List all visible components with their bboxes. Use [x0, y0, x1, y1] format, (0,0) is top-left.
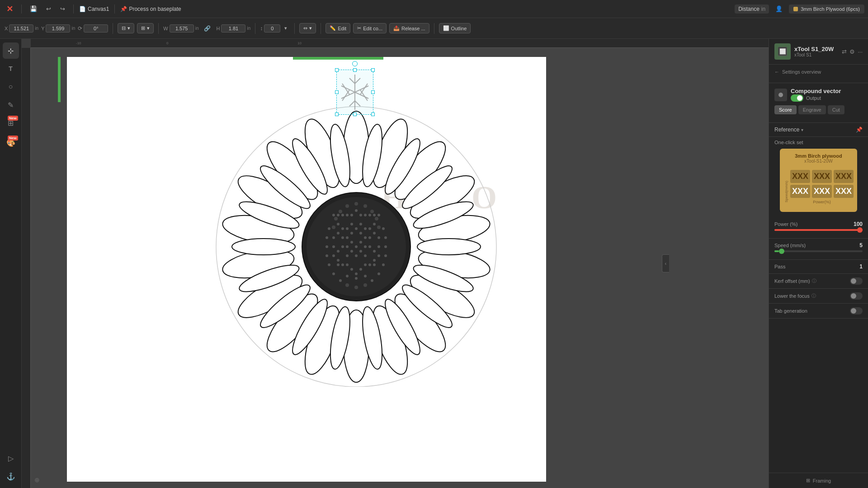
- svg-point-55: [346, 236, 349, 239]
- y-input[interactable]: [46, 24, 70, 33]
- text-tool[interactable]: T: [3, 61, 19, 77]
- framing-icon: ⊞: [806, 478, 810, 483]
- distribute-icon: ⊞: [141, 25, 145, 31]
- refresh-icon[interactable]: ⇄: [842, 48, 847, 55]
- svg-point-107: [368, 214, 371, 216]
- svg-point-66: [364, 254, 367, 257]
- svg-point-115: [384, 236, 387, 239]
- svg-point-90: [337, 223, 340, 225]
- back-button[interactable]: ← Settings overview: [774, 69, 863, 75]
- navigate-tool[interactable]: ▷: [3, 450, 19, 466]
- pen-tool[interactable]: ✎: [3, 97, 19, 113]
- power-slider-track[interactable]: [774, 229, 863, 231]
- corner-btn[interactable]: ▾: [282, 24, 290, 32]
- y-field: Y in: [41, 24, 75, 33]
- canvas-area[interactable]: -10 0 10 HELLO: [22, 39, 769, 488]
- svg-point-46: [377, 225, 381, 229]
- svg-point-48: [354, 286, 358, 289]
- svg-point-98: [337, 263, 340, 266]
- pin-icon[interactable]: 📌: [856, 127, 863, 133]
- lower-focus-label: Lower the focus ⓘ: [774, 293, 816, 299]
- edit-co-button[interactable]: ✂ Edit co...: [353, 23, 387, 33]
- framing-button[interactable]: ⊞ Framing: [769, 473, 868, 488]
- svg-point-87: [368, 227, 371, 230]
- tab-gen-toggle[interactable]: [850, 307, 863, 314]
- material-button[interactable]: 3mm Birch Plywood (6pcs): [789, 5, 864, 14]
- lock-proportions-button[interactable]: 🔗: [201, 24, 213, 33]
- angle-field: ⟳: [78, 24, 108, 33]
- redo-button[interactable]: ↪: [57, 5, 68, 13]
- panel-collapse-button[interactable]: ‹: [662, 254, 669, 272]
- angle-input[interactable]: [84, 24, 108, 33]
- svg-point-84: [350, 223, 353, 225]
- process-label: 📌 Process on baseplate: [120, 6, 181, 12]
- canvas-content[interactable]: HELLO: [31, 48, 769, 488]
- svg-point-73: [337, 232, 340, 235]
- svg-point-69: [337, 250, 340, 253]
- toolbar-sep-3: [255, 23, 255, 34]
- distance-field[interactable]: Distance in: [735, 5, 769, 14]
- select-tool[interactable]: ⊹: [3, 42, 19, 59]
- ruler-horizontal: -10 0 10: [31, 39, 769, 48]
- edit-label: Edit: [338, 26, 346, 31]
- rotate-handle[interactable]: [352, 61, 358, 66]
- ruler-tick-0: 0: [166, 41, 168, 45]
- align-icon: ⊟: [122, 25, 126, 31]
- tab-score[interactable]: Score: [774, 105, 797, 114]
- close-button[interactable]: ✕: [4, 3, 16, 15]
- power-slider-thumb[interactable]: [857, 227, 863, 233]
- save-button[interactable]: 💾: [27, 5, 40, 13]
- kerf-toggle[interactable]: [850, 277, 863, 285]
- settings-icon[interactable]: ⚙: [849, 48, 855, 55]
- output-row: Output: [791, 94, 841, 102]
- w-input[interactable]: [170, 24, 194, 33]
- release-label: Release ...: [401, 26, 425, 31]
- material-card[interactable]: 3mm Birch plywood xTool-S1-20W Speed(mm/…: [780, 149, 857, 212]
- flip-horizontal-button[interactable]: ⇔ ▾: [299, 23, 316, 33]
- device-icon: 🔲: [778, 47, 788, 56]
- svg-point-105: [364, 214, 367, 216]
- align-button[interactable]: ⊟ ▾: [118, 23, 134, 33]
- svg-point-85: [364, 227, 367, 230]
- w-field: W in: [163, 24, 198, 33]
- main-layout: ⊹ T ○ ✎ ⊞ New 🎨 New ▷ ⚓ -10 0: [0, 39, 868, 488]
- release-button[interactable]: 📤 Release ...: [389, 23, 429, 33]
- distribute-button[interactable]: ⊞ ▾: [137, 23, 154, 33]
- h2-input[interactable]: [264, 24, 280, 33]
- svg-point-97: [373, 263, 376, 266]
- h-label: H: [216, 26, 220, 31]
- lower-focus-info-icon[interactable]: ⓘ: [811, 293, 816, 299]
- one-click-label: One-click set: [774, 140, 803, 145]
- layers-tool[interactable]: 🎨 New: [3, 135, 19, 151]
- profile-button[interactable]: 👤: [773, 5, 785, 13]
- outline-button[interactable]: ⬜ Outline: [439, 23, 471, 33]
- compound-vector-section: Compound vector Output Score Engrave Cut: [769, 83, 868, 123]
- reference-caret-icon[interactable]: ▾: [801, 127, 803, 132]
- dots-icon[interactable]: ···: [858, 48, 863, 55]
- speed-slider-thumb[interactable]: [779, 249, 784, 254]
- topbar-separator-2: [73, 5, 74, 14]
- outline-label: Outline: [451, 26, 467, 31]
- material-name: 3mm Birch Plywood (6pcs): [801, 6, 860, 12]
- output-toggle[interactable]: [791, 94, 803, 102]
- tab-cut[interactable]: Cut: [828, 105, 844, 114]
- svg-point-112: [332, 214, 335, 216]
- material-card-subtitle: xTool-S1-20W: [784, 159, 853, 164]
- grid-tool[interactable]: ⊞ New: [3, 115, 19, 131]
- undo-button[interactable]: ↩: [43, 5, 54, 13]
- h-input[interactable]: [221, 24, 245, 33]
- shape-tool[interactable]: ○: [3, 79, 19, 95]
- toolbar-sep-5: [321, 23, 321, 34]
- lower-focus-row: Lower the focus ⓘ: [769, 289, 868, 304]
- tab-engrave[interactable]: Engrave: [798, 105, 826, 114]
- lower-focus-toggle[interactable]: [850, 292, 863, 300]
- anchor-tool[interactable]: ⚓: [3, 468, 19, 484]
- speed-slider-track[interactable]: [774, 250, 863, 252]
- toolbar: X in Y in ⟳ ⊟ ▾ ⊞ ▾ W in 🔗 H in ↕ ▾ ⇔ ▾: [0, 18, 868, 39]
- h-unit: in: [247, 26, 250, 31]
- material-grid: XXX XXX XXX XXX XXX XXX: [790, 170, 854, 198]
- x-input[interactable]: [9, 24, 33, 33]
- svg-point-80: [359, 268, 362, 271]
- edit-button[interactable]: ✏️ Edit: [326, 23, 350, 33]
- kerf-info-icon[interactable]: ⓘ: [812, 278, 816, 284]
